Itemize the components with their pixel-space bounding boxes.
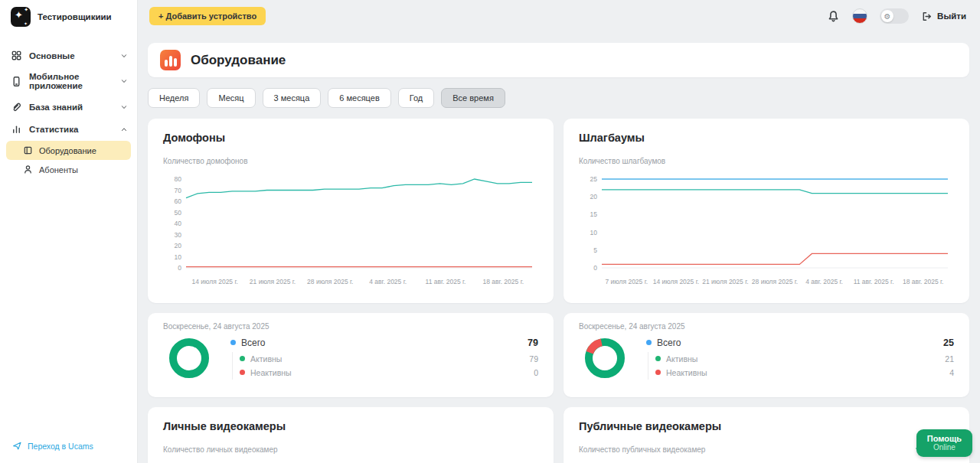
inactive-value: 0	[534, 368, 538, 377]
svg-text:18 авг. 2025 г.: 18 авг. 2025 г.	[483, 278, 524, 285]
sidebar-item-knowledge-base[interactable]: База знаний	[0, 96, 137, 118]
svg-text:10: 10	[590, 229, 598, 236]
sidebar-nav: Основные Мобильное приложение База знани…	[0, 34, 137, 432]
svg-text:20: 20	[175, 242, 182, 249]
card-title: Публичные видеокамеры	[579, 420, 954, 432]
active-label: Активны	[250, 354, 282, 364]
inactive-value: 4	[949, 368, 954, 377]
help-label: Помощь	[927, 434, 962, 443]
total-label: Всего	[241, 337, 265, 348]
inactive-dot-icon	[240, 370, 245, 375]
svg-text:4 авг. 2025 г.: 4 авг. 2025 г.	[805, 278, 843, 285]
svg-text:21 июля 2025 г.: 21 июля 2025 г.	[702, 278, 748, 285]
card-caption: Количество шлагбаумов	[579, 157, 954, 165]
sidebar-item-mobile-app[interactable]: Мобильное приложение	[0, 67, 137, 96]
summary-date: Воскресенье, 24 августа 2025	[163, 322, 538, 331]
add-device-button[interactable]: + Добавить устройство	[149, 7, 266, 25]
svg-text:0: 0	[178, 264, 181, 272]
card-title: Личные видеокамеры	[163, 420, 538, 432]
svg-text:70: 70	[175, 187, 182, 194]
legend: Всего 25 Активны 21	[646, 337, 954, 380]
intercoms-summary-card: Воскресенье, 24 августа 2025 Всего 79	[148, 313, 554, 397]
ucams-link-label: Переход в Ucams	[28, 442, 93, 451]
total-value: 25	[943, 337, 954, 348]
filter-week-button[interactable]: Неделя	[148, 88, 200, 108]
logo-icon: ✦✦✦	[11, 7, 31, 27]
public-cameras-card: Публичные видеокамеры Количество публичн…	[564, 407, 969, 463]
svg-text:20: 20	[590, 193, 598, 201]
chevron-up-icon	[120, 126, 128, 133]
inactive-label: Неактивны	[250, 368, 292, 377]
sidebar-item-label: Абоненты	[39, 165, 78, 174]
logout-label: Выйти	[937, 11, 966, 21]
filter-year-button[interactable]: Год	[398, 88, 435, 108]
card-caption: Количество домофонов	[163, 157, 538, 165]
total-dot-icon	[646, 340, 652, 345]
filter-3months-button[interactable]: 3 месяца	[263, 88, 322, 108]
active-value: 79	[529, 354, 538, 364]
sidebar-item-label: Статистика	[29, 125, 78, 134]
help-online-button[interactable]: Помощь Online	[916, 429, 972, 457]
topbar: + Добавить устройство ⚙ Выйти	[138, 0, 980, 32]
active-dot-icon	[240, 356, 245, 361]
filter-month-button[interactable]: Месяц	[207, 88, 255, 108]
logout-icon	[921, 11, 933, 22]
notifications-button[interactable]	[827, 10, 840, 23]
paperclip-icon	[11, 101, 22, 112]
svg-text:7 июля 2025 г.: 7 июля 2025 г.	[605, 278, 648, 285]
ucams-link[interactable]: Переход в Ucams	[0, 432, 137, 463]
intercoms-line-chart: 0102030405060708014 июля 2025 г.21 июля …	[163, 170, 538, 291]
barriers-donut-chart	[583, 337, 626, 380]
card-caption: Количество личных видеокамер	[163, 445, 538, 454]
equipment-page-icon	[160, 50, 181, 70]
sidebar-item-main[interactable]: Основные	[0, 44, 137, 67]
chevron-down-icon	[120, 52, 128, 60]
statistics-submenu: Оборудование Абоненты	[6, 141, 131, 179]
barriers-card: Шлагбаумы Количество шлагбаумов 05101520…	[564, 119, 969, 303]
active-value: 21	[945, 354, 954, 364]
sidebar-item-subscribers[interactable]: Абоненты	[6, 160, 131, 179]
sidebar-item-equipment[interactable]: Оборудование	[6, 141, 131, 160]
time-filter-group: Неделя Месяц 3 месяца 6 месяцев Год Все …	[148, 88, 969, 108]
svg-text:4 авг. 2025 г.: 4 авг. 2025 г.	[369, 278, 407, 285]
svg-text:21 июля 2025 г.: 21 июля 2025 г.	[250, 278, 296, 285]
grid-icon	[11, 50, 22, 61]
barriers-summary-card: Воскресенье, 24 августа 2025 Всего 25	[564, 313, 969, 397]
svg-text:18 авг. 2025 г.: 18 авг. 2025 г.	[903, 278, 944, 285]
inactive-label: Неактивны	[666, 368, 707, 377]
topbar-actions: ⚙ Выйти	[827, 8, 966, 24]
svg-text:28 июля 2025 г.: 28 июля 2025 г.	[752, 278, 798, 285]
content: Оборудование Неделя Месяц 3 месяца 6 мес…	[138, 32, 980, 463]
sidebar-item-statistics[interactable]: Статистика	[0, 118, 137, 140]
page-title: Оборудование	[191, 53, 286, 68]
filter-alltime-button[interactable]: Все время	[441, 88, 505, 108]
svg-text:25: 25	[590, 175, 598, 183]
logo-text: Тестировщикиии	[38, 12, 112, 21]
svg-text:11 авг. 2025 г.: 11 авг. 2025 г.	[426, 278, 466, 285]
summary-date: Воскресенье, 24 августа 2025	[579, 322, 954, 331]
filter-6months-button[interactable]: 6 месяцев	[328, 88, 390, 108]
svg-text:30: 30	[175, 231, 182, 239]
barriers-line-chart: 05101520257 июля 2025 г.14 июля 2025 г.2…	[579, 170, 954, 291]
person-icon	[23, 165, 33, 174]
equipment-icon	[23, 145, 33, 155]
sidebar-item-label: Основные	[29, 51, 75, 60]
language-flag-icon[interactable]	[852, 8, 867, 24]
card-title: Шлагбаумы	[579, 132, 954, 144]
intercoms-card: Домофоны Количество домофонов 0102030405…	[148, 119, 554, 303]
svg-text:15: 15	[590, 210, 598, 218]
svg-text:14 июля 2025 г.: 14 июля 2025 г.	[192, 278, 238, 285]
bar-chart-icon	[11, 123, 22, 135]
logo[interactable]: ✦✦✦ Тестировщикиии	[0, 0, 137, 34]
sidebar-item-label: База знаний	[29, 103, 83, 112]
theme-toggle[interactable]: ⚙	[880, 8, 909, 24]
phone-icon	[11, 76, 22, 87]
svg-text:60: 60	[175, 197, 182, 205]
toggle-knob-gear-icon: ⚙	[881, 10, 893, 22]
svg-text:28 июля 2025 г.: 28 июля 2025 г.	[307, 278, 353, 285]
total-label: Всего	[657, 337, 681, 348]
bell-icon	[827, 10, 840, 23]
legend: Всего 79 Активны 79	[230, 337, 538, 380]
sidebar-item-label: Оборудование	[39, 146, 96, 155]
logout-button[interactable]: Выйти	[921, 11, 966, 22]
